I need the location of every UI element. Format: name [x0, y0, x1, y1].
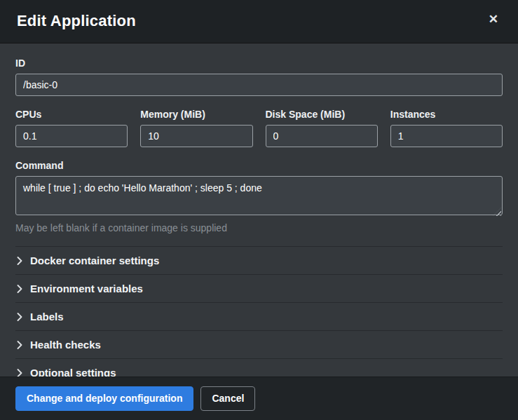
id-input[interactable] [15, 74, 503, 96]
command-textarea-wrap: while [ true ] ; do echo 'Hello Marathon… [15, 176, 503, 218]
chevron-right-icon [17, 285, 22, 293]
chevron-right-icon [17, 257, 22, 265]
chevron-right-icon [17, 341, 22, 349]
section-label: Optional settings [30, 367, 116, 377]
deploy-button[interactable]: Change and deploy configuration [15, 386, 193, 411]
disk-input[interactable] [266, 125, 378, 147]
disk-label: Disk Space (MiB) [266, 109, 378, 120]
memory-field-group: Memory (MiB) [140, 109, 252, 147]
modal-body: ID CPUs Memory (MiB) Disk Space (MiB) In… [0, 43, 518, 377]
edit-application-modal: Edit Application ✕ ID CPUs Memory (MiB) … [0, 0, 518, 420]
section-label: Docker container settings [30, 255, 159, 266]
collapsible-sections: Docker container settings Environment va… [15, 246, 503, 377]
id-label: ID [15, 57, 503, 69]
modal-title: Edit Application [17, 12, 136, 30]
id-field-group: ID [15, 57, 503, 96]
section-health-checks[interactable]: Health checks [15, 330, 503, 358]
chevron-right-icon [17, 313, 22, 321]
section-docker-container-settings[interactable]: Docker container settings [15, 246, 503, 274]
memory-input[interactable] [140, 125, 252, 147]
section-label: Health checks [30, 339, 101, 351]
memory-label: Memory (MiB) [140, 109, 252, 120]
cancel-button[interactable]: Cancel [200, 386, 255, 411]
command-field-group: Command while [ true ] ; do echo 'Hello … [15, 160, 503, 233]
cpus-label: CPUs [15, 109, 128, 120]
section-environment-variables[interactable]: Environment variables [15, 274, 503, 302]
instances-field-group: Instances [390, 109, 503, 147]
disk-field-group: Disk Space (MiB) [266, 109, 378, 147]
chevron-right-icon [17, 369, 22, 377]
close-icon: ✕ [489, 13, 498, 26]
close-button[interactable]: ✕ [486, 12, 501, 27]
section-optional-settings[interactable]: Optional settings [15, 358, 503, 377]
command-help-text: May be left blank if a container image i… [15, 222, 503, 233]
section-label: Environment variables [30, 283, 143, 294]
modal-footer: Change and deploy configuration Cancel [0, 377, 518, 420]
instances-label: Instances [390, 109, 503, 120]
section-labels[interactable]: Labels [15, 302, 503, 330]
cpus-input[interactable] [15, 125, 128, 147]
resources-row: CPUs Memory (MiB) Disk Space (MiB) Insta… [15, 109, 503, 147]
section-label: Labels [30, 311, 64, 323]
modal-header: Edit Application ✕ [0, 0, 518, 43]
instances-input[interactable] [390, 125, 503, 147]
cpus-field-group: CPUs [15, 109, 128, 147]
command-textarea[interactable]: while [ true ] ; do echo 'Hello Marathon… [15, 176, 503, 215]
command-label: Command [15, 160, 503, 171]
